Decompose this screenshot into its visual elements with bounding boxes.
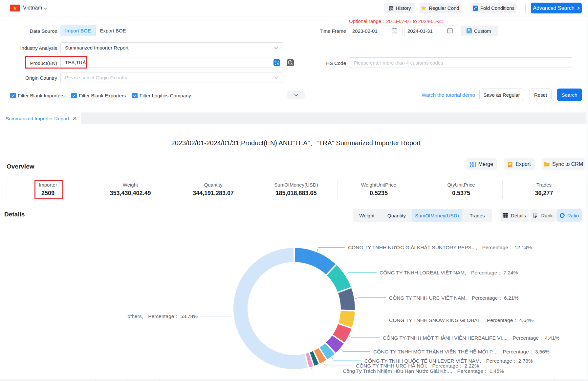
svg-text:CÔNG TY TNHH QUỐC TẾ UNILEVER: CÔNG TY TNHH QUỐC TẾ UNILEVER VIỆT NAM, …: [364, 358, 533, 364]
svg-text:CÔNG TY TNHH URC VIỆT NAM, Per: CÔNG TY TNHH URC VIỆT NAM, Percentage : …: [389, 295, 518, 301]
svg-text:CÔNG TY TNHH LOREAL VIỆT NAM,: CÔNG TY TNHH LOREAL VIỆT NAM, Percentage…: [380, 270, 518, 275]
svg-text:others, Percentage : 53.78%: others, Percentage : 53.78%: [127, 313, 198, 319]
svg-text:Công Ty Trách Nhiệm Hữu Hạn Nư: Công Ty Trách Nhiệm Hữu Hạn Nước Giải Kh…: [343, 368, 504, 374]
svg-text:CÔNG TY TNHH NƯỚC GIẢI KHÁT SU: CÔNG TY TNHH NƯỚC GIẢI KHÁT SUNTORY PEPS…: [348, 245, 532, 250]
svg-text:CÔNG TY TNHH URC HÀ NỘI, Perce: CÔNG TY TNHH URC HÀ NỘI, Percentage : 2.…: [356, 363, 479, 369]
svg-text:CÔNG TY TNHH MỘT THÀNH VIÊN HE: CÔNG TY TNHH MỘT THÀNH VIÊN HERBALIFE VI…: [383, 335, 559, 341]
svg-text:CÔNG TY TNHH MỘT THÀNH VIÊN TH: CÔNG TY TNHH MỘT THÀNH VIÊN THẾ HỆ MỚI P…: [373, 349, 550, 354]
svg-text:CÔNG TY TNHH SNOW KING GLOBAL,: CÔNG TY TNHH SNOW KING GLOBAL, Percentag…: [389, 317, 534, 323]
